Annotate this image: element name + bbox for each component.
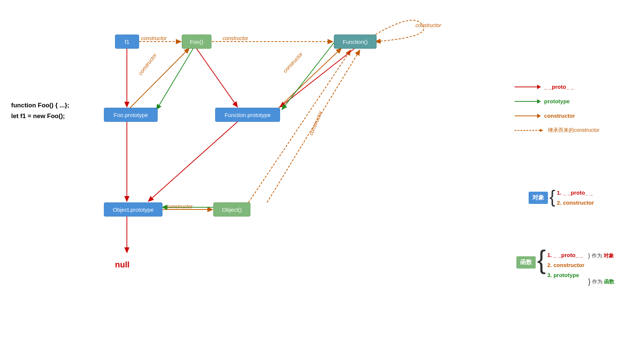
svg-line-9 (249, 50, 351, 202)
label-f1-foo-constructor: constructor (141, 35, 167, 41)
legend-proto-label: _ _proto_ _ (544, 84, 574, 90)
svg-line-6 (130, 48, 189, 108)
function-desc-item-2: 2. constructor (547, 262, 584, 268)
legend-inherited-label: 继承而来的constructor (548, 127, 599, 134)
object-desc-items: 1. _ _proto_ _ 2. constructor (557, 189, 594, 206)
object-desc-item-2: 2. constructor (557, 199, 594, 206)
function-as-function: } 作为函数 (588, 277, 614, 286)
label-funcp-func-constructor: constructor (282, 51, 304, 74)
code-line2: let f1 = new Foo(); (11, 111, 69, 122)
label-objp-obj-constructor: constructor (167, 204, 193, 209)
function-side-labels: } 作为对象 } 作为函数 (588, 253, 614, 286)
function-desc-item-1: 1. _ _proto_ _ (547, 252, 584, 258)
function-brace: { (537, 247, 546, 273)
box-object: Object() (213, 202, 250, 217)
function-desc: 函数 { 1. _ _proto_ _ 2. constructor 3. pr… (516, 249, 614, 286)
svg-line-15 (148, 122, 237, 201)
box-foo-prototype: Foo.prototype (104, 108, 158, 122)
function-desc-label: 函数 (516, 256, 536, 269)
label-foop-foo-constructor: constructor (137, 52, 158, 76)
legend-prototype-label: prototype (544, 98, 570, 104)
null-label: null (115, 260, 129, 270)
label-obj-func-constructor: constructor (308, 110, 323, 136)
legend-constructor-label: constructor (544, 113, 575, 119)
diagram-container: function Foo() { ...}; let f1 = new Foo(… (0, 0, 644, 351)
svg-marker-21 (540, 129, 543, 132)
legend-inherited-line (515, 128, 544, 133)
object-brace: { (549, 188, 555, 206)
box-function-prototype: Function.prototype (215, 108, 280, 122)
box-f1: f1 (115, 35, 139, 49)
svg-line-17 (157, 43, 197, 110)
legend-prototype: prototype (515, 98, 599, 104)
function-as-object: } 作为对象 (588, 253, 614, 259)
arrows-svg (0, 0, 644, 351)
box-object-prototype: Object.prototype (104, 202, 162, 217)
legend-proto: _ _proto_ _ (515, 84, 599, 90)
legend-constructor: constructor (515, 113, 599, 119)
svg-line-14 (197, 49, 237, 107)
legend-inherited: 继承而来的constructor (515, 127, 599, 134)
svg-line-7 (278, 48, 341, 108)
label-foo-function-constructor: constructor (223, 35, 248, 41)
function-desc-item-3: 3. prototype (547, 272, 584, 278)
label-function-self-constructor: constructor (415, 22, 441, 28)
object-desc: 对象 { 1. _ _proto_ _ 2. constructor (529, 189, 594, 206)
object-desc-label: 对象 (529, 192, 548, 204)
object-desc-item-1: 1. _ _proto_ _ (557, 189, 594, 196)
code-block: function Foo() { ...}; let f1 = new Foo(… (11, 100, 69, 122)
code-line1: function Foo() { ...}; (11, 100, 69, 111)
svg-line-16 (280, 49, 354, 107)
svg-line-18 (282, 43, 334, 110)
box-function: Function() (334, 35, 377, 49)
box-foo: Foo() (182, 35, 211, 49)
function-desc-items: 1. _ _proto_ _ 2. constructor 3. prototy… (547, 252, 584, 278)
legend: _ _proto_ _ prototype constructor 继承而来的c… (515, 84, 599, 134)
